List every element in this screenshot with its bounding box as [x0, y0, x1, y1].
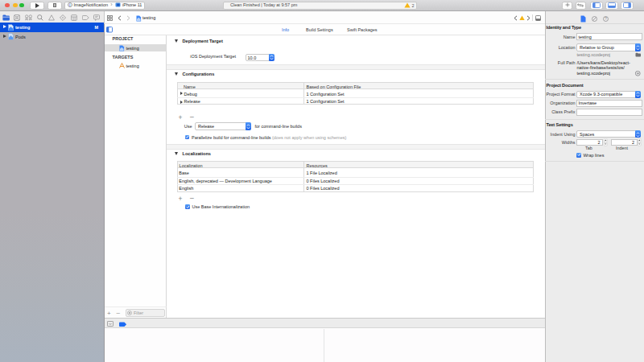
- svg-text:?: ?: [605, 17, 607, 21]
